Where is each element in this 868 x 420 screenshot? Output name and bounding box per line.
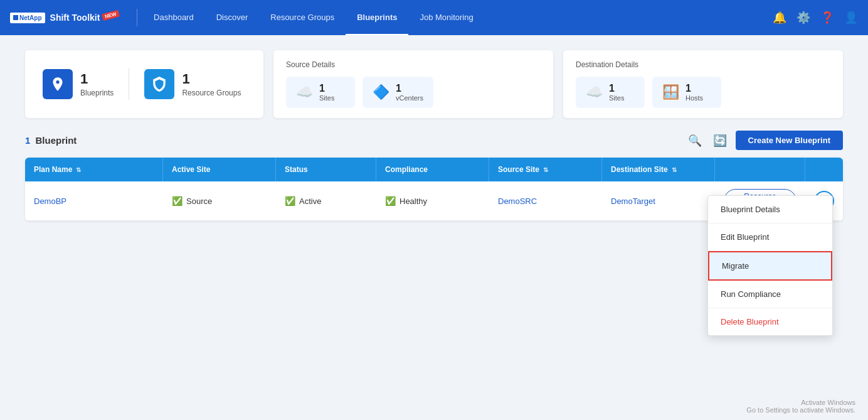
nav-link-dashboard[interactable]: Dashboard bbox=[142, 0, 205, 35]
nav-divider bbox=[137, 9, 137, 26]
blueprints-table: Plan Name ⇅ Active Site Status Complianc… bbox=[25, 158, 843, 221]
netapp-logo-text: NetApp bbox=[19, 14, 42, 21]
th-active-site: Active Site bbox=[163, 158, 276, 181]
summary-resource-groups: 1 Resource Groups bbox=[144, 69, 241, 99]
netapp-logo: NetApp bbox=[10, 13, 45, 23]
destination-details-title: Destination Details bbox=[576, 60, 830, 69]
vcenter-icon: 🔷 bbox=[373, 84, 389, 100]
active-site-value: Source bbox=[186, 197, 212, 206]
dropdown-run-compliance[interactable]: Run Compliance bbox=[708, 281, 832, 308]
destination-sites-icon: ☁️ bbox=[586, 84, 603, 100]
destination-sites-label: Sites bbox=[609, 94, 624, 102]
source-sites-label: Sites bbox=[319, 94, 334, 102]
compliance-value: Healthy bbox=[400, 197, 427, 206]
dropdown-migrate[interactable]: Migrate bbox=[708, 251, 832, 281]
source-site-link[interactable]: DemoSRC bbox=[498, 197, 537, 206]
gear-icon[interactable]: ⚙️ bbox=[797, 11, 810, 24]
nav-link-resource-groups[interactable]: Resource Groups bbox=[259, 0, 346, 35]
destination-site-link[interactable]: DemoTarget bbox=[611, 197, 655, 206]
td-active-site: ✅ Source bbox=[163, 188, 276, 213]
nav-links: Dashboard Discover Resource Groups Bluep… bbox=[142, 0, 485, 35]
td-destination-site: DemoTarget bbox=[602, 189, 715, 213]
active-site-status-icon: ✅ bbox=[172, 196, 183, 206]
status-value: Active bbox=[299, 197, 321, 206]
bell-icon[interactable]: 🔔 bbox=[773, 11, 786, 24]
sort-destination-site-icon: ⇅ bbox=[672, 166, 677, 173]
destination-details-card: Destination Details ☁️ 1 Sites 🪟 1 Hosts bbox=[563, 50, 843, 118]
source-detail-items: ☁️ 1 Sites 🔷 1 vCenters bbox=[286, 77, 541, 108]
blueprints-info: 1 Blueprints bbox=[80, 71, 114, 97]
table-header: Plan Name ⇅ Active Site Status Complianc… bbox=[25, 158, 843, 181]
resource-groups-label: Resource Groups bbox=[182, 89, 241, 97]
td-compliance: ✅ Healthy bbox=[376, 188, 489, 213]
th-actions bbox=[715, 158, 805, 181]
dropdown-menu: Blueprint Details Edit Blueprint Migrate… bbox=[707, 195, 833, 336]
summary-blueprints: 1 Blueprints bbox=[43, 69, 114, 99]
cards-row: 1 Blueprints 1 Resource Groups Source De… bbox=[25, 50, 843, 118]
section-header: 1 Blueprint 🔍 🔄 Create New Blueprint bbox=[25, 131, 843, 150]
destination-hosts-item: 🪟 1 Hosts bbox=[652, 77, 721, 108]
th-plan-name: Plan Name ⇅ bbox=[25, 158, 163, 181]
th-more bbox=[805, 158, 843, 181]
create-blueprint-button[interactable]: Create New Blueprint bbox=[736, 131, 843, 150]
toolkit-label: Shift Toolkit bbox=[50, 13, 100, 23]
dropdown-delete-blueprint[interactable]: Delete Blueprint bbox=[708, 308, 832, 335]
dropdown-blueprint-details[interactable]: Blueprint Details bbox=[708, 196, 832, 223]
td-plan-name: DemoBP bbox=[25, 189, 163, 213]
toolkit-badge: NEW bbox=[102, 9, 120, 21]
user-icon[interactable]: 👤 bbox=[844, 11, 858, 24]
destination-hosts-count: 1 bbox=[685, 83, 703, 94]
source-sites-info: 1 Sites bbox=[319, 83, 334, 102]
th-compliance: Compliance bbox=[376, 158, 489, 181]
search-button[interactable]: 🔍 bbox=[685, 131, 704, 150]
nav-link-job-monitoring[interactable]: Job Monitoring bbox=[408, 0, 484, 35]
activate-windows-notice: Activate Windows Go to Settings to activ… bbox=[746, 399, 855, 414]
section-actions: 🔍 🔄 Create New Blueprint bbox=[685, 131, 843, 150]
sort-plan-name-icon: ⇅ bbox=[76, 166, 81, 173]
dropdown-edit-blueprint[interactable]: Edit Blueprint bbox=[708, 223, 832, 251]
nav-right: 🔔 ⚙️ ❓ 👤 bbox=[773, 11, 858, 24]
section-count-number: 1 bbox=[25, 135, 30, 146]
main-content: 1 Blueprints 1 Resource Groups Source De… bbox=[0, 35, 868, 236]
destination-detail-items: ☁️ 1 Sites 🪟 1 Hosts bbox=[576, 77, 830, 108]
source-sites-item: ☁️ 1 Sites bbox=[286, 77, 355, 108]
destination-sites-count: 1 bbox=[609, 83, 624, 94]
ms-windows-icon: 🪟 bbox=[662, 84, 679, 100]
plan-name-link[interactable]: DemoBP bbox=[34, 197, 66, 206]
destination-hosts-info: 1 Hosts bbox=[685, 83, 703, 102]
source-sites-count: 1 bbox=[319, 83, 334, 94]
navbar: NetApp Shift Toolkit NEW Dashboard Disco… bbox=[0, 0, 868, 35]
blueprints-icon bbox=[43, 69, 73, 99]
activate-windows-line2: Go to Settings to activate Windows. bbox=[746, 406, 855, 414]
nav-link-blueprints[interactable]: Blueprints bbox=[346, 0, 408, 35]
destination-sites-info: 1 Sites bbox=[609, 83, 624, 102]
th-source-site: Source Site ⇅ bbox=[489, 158, 602, 181]
source-vcenters-info: 1 vCenters bbox=[396, 83, 423, 102]
td-source-site: DemoSRC bbox=[489, 189, 602, 213]
source-sites-icon: ☁️ bbox=[296, 84, 313, 100]
source-details-title: Source Details bbox=[286, 60, 541, 69]
summary-card: 1 Blueprints 1 Resource Groups bbox=[25, 50, 263, 118]
source-details-card: Source Details ☁️ 1 Sites 🔷 1 vCenters bbox=[273, 50, 553, 118]
source-vcenters-count: 1 bbox=[396, 83, 423, 94]
sort-source-site-icon: ⇅ bbox=[543, 166, 548, 173]
resource-groups-info: 1 Resource Groups bbox=[182, 71, 241, 97]
resource-groups-icon bbox=[144, 69, 174, 99]
destination-hosts-label: Hosts bbox=[685, 94, 703, 102]
section-count-label: Blueprint bbox=[36, 135, 77, 146]
activate-windows-line1: Activate Windows bbox=[746, 399, 855, 406]
help-icon[interactable]: ❓ bbox=[820, 11, 834, 24]
nav-link-discover[interactable]: Discover bbox=[205, 0, 260, 35]
refresh-button[interactable]: 🔄 bbox=[711, 131, 729, 150]
blueprints-count: 1 bbox=[80, 71, 114, 87]
source-vcenters-item: 🔷 1 vCenters bbox=[363, 77, 433, 108]
app-brand: NetApp Shift Toolkit NEW bbox=[10, 13, 119, 23]
summary-divider bbox=[129, 68, 129, 100]
td-status: ✅ Active bbox=[276, 188, 376, 213]
source-vcenters-label: vCenters bbox=[396, 94, 423, 102]
status-icon: ✅ bbox=[285, 196, 295, 206]
th-status: Status bbox=[276, 158, 376, 181]
compliance-icon: ✅ bbox=[385, 196, 396, 206]
section-count: 1 Blueprint bbox=[25, 135, 79, 146]
blueprints-label: Blueprints bbox=[80, 89, 114, 97]
